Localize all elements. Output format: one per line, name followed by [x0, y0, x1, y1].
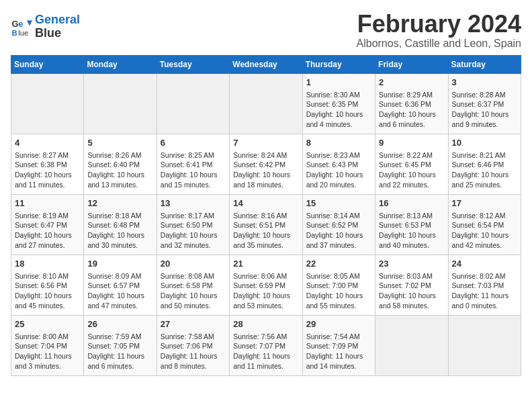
cell-text: and 27 minutes.: [15, 240, 80, 250]
cell-text: Daylight: 10 hours: [87, 230, 152, 240]
day-number: 18: [15, 258, 80, 270]
cell-text: and 30 minutes.: [87, 240, 152, 250]
header-wednesday: Wednesday: [230, 55, 302, 73]
day-number: 5: [87, 137, 152, 149]
cell-text: Sunrise: 8:23 AM: [306, 150, 371, 161]
day-number: 2: [379, 77, 444, 89]
cell-text: Daylight: 10 hours: [161, 170, 226, 180]
cell-text: Sunset: 7:09 PM: [306, 341, 371, 351]
cell-text: Daylight: 10 hours: [233, 230, 298, 240]
calendar-cell: 25Sunrise: 8:00 AMSunset: 7:04 PMDayligh…: [11, 315, 84, 375]
cell-text: and 0 minutes.: [452, 301, 517, 311]
cell-text: Sunrise: 7:54 AM: [306, 332, 371, 342]
day-number: 6: [161, 137, 226, 149]
calendar-table: SundayMondayTuesdayWednesdayThursdayFrid…: [11, 55, 521, 376]
svg-text:lue: lue: [18, 29, 28, 37]
cell-text: Daylight: 10 hours: [306, 230, 371, 240]
cell-text: and 15 minutes.: [161, 180, 226, 190]
cell-text: Sunset: 7:00 PM: [306, 281, 371, 291]
calendar-cell: 18Sunrise: 8:10 AMSunset: 6:56 PMDayligh…: [11, 255, 84, 315]
cell-text: Sunrise: 8:25 AM: [161, 150, 226, 161]
cell-text: Sunrise: 7:56 AM: [233, 332, 298, 342]
cell-text: and 53 minutes.: [233, 301, 298, 311]
calendar-cell: 10Sunrise: 8:21 AMSunset: 6:46 PMDayligh…: [448, 134, 521, 194]
calendar-cell: 11Sunrise: 8:19 AMSunset: 6:47 PMDayligh…: [11, 194, 84, 255]
cell-text: Daylight: 11 hours: [161, 351, 226, 361]
header-tuesday: Tuesday: [157, 55, 229, 73]
day-number: 24: [452, 258, 517, 270]
day-number: 8: [306, 137, 371, 149]
calendar-cell: 15Sunrise: 8:14 AMSunset: 6:52 PMDayligh…: [302, 194, 375, 255]
svg-marker-4: [27, 20, 32, 26]
cell-text: Daylight: 10 hours: [87, 170, 152, 180]
day-number: 23: [379, 258, 444, 270]
header-friday: Friday: [375, 55, 448, 73]
cell-text: Daylight: 10 hours: [379, 230, 444, 240]
cell-text: Sunrise: 8:03 AM: [379, 271, 444, 281]
cell-text: Sunrise: 8:16 AM: [233, 211, 298, 221]
calendar-cell: 19Sunrise: 8:09 AMSunset: 6:57 PMDayligh…: [84, 255, 157, 315]
cell-text: Sunrise: 8:12 AM: [452, 211, 517, 221]
day-number: 22: [306, 258, 371, 270]
cell-text: Sunset: 6:35 PM: [306, 99, 371, 109]
calendar-cell: 6Sunrise: 8:25 AMSunset: 6:41 PMDaylight…: [157, 134, 229, 194]
calendar-cell: [448, 315, 521, 375]
page-header: G e B lue GeneralBlue February 2024 Albo…: [11, 11, 521, 50]
calendar-cell: 14Sunrise: 8:16 AMSunset: 6:51 PMDayligh…: [230, 194, 302, 255]
day-number: 10: [452, 137, 517, 149]
calendar-cell: 17Sunrise: 8:12 AMSunset: 6:54 PMDayligh…: [448, 194, 521, 255]
cell-text: Daylight: 11 hours: [306, 351, 371, 361]
cell-text: Sunset: 6:53 PM: [379, 220, 444, 230]
cell-text: and 25 minutes.: [452, 180, 517, 190]
calendar-cell: 12Sunrise: 8:18 AMSunset: 6:48 PMDayligh…: [84, 194, 157, 255]
cell-text: Sunset: 6:40 PM: [87, 160, 152, 170]
day-number: 25: [15, 318, 80, 330]
calendar-cell: [230, 73, 302, 134]
cell-text: and 47 minutes.: [87, 301, 152, 311]
cell-text: Sunrise: 8:02 AM: [452, 271, 517, 281]
calendar-week-row: 11Sunrise: 8:19 AMSunset: 6:47 PMDayligh…: [11, 194, 521, 255]
day-number: 20: [161, 258, 226, 270]
calendar-cell: [375, 315, 448, 375]
logo-text: GeneralBlue: [35, 13, 80, 40]
svg-text:e: e: [18, 19, 23, 29]
cell-text: Sunrise: 8:17 AM: [161, 211, 226, 221]
cell-text: Sunrise: 8:19 AM: [15, 211, 80, 221]
cell-text: Sunset: 6:45 PM: [379, 160, 444, 170]
cell-text: Daylight: 10 hours: [15, 170, 80, 180]
cell-text: and 6 minutes.: [87, 361, 152, 371]
cell-text: Sunset: 7:04 PM: [15, 341, 80, 351]
cell-text: Sunrise: 8:13 AM: [379, 211, 444, 221]
cell-text: Daylight: 11 hours: [87, 351, 152, 361]
calendar-cell: 8Sunrise: 8:23 AMSunset: 6:43 PMDaylight…: [302, 134, 375, 194]
cell-text: Daylight: 10 hours: [161, 291, 226, 301]
cell-text: Sunrise: 8:29 AM: [379, 90, 444, 100]
cell-text: Daylight: 10 hours: [306, 109, 371, 120]
cell-text: and 9 minutes.: [452, 120, 517, 130]
cell-text: Daylight: 10 hours: [379, 109, 444, 120]
cell-text: and 4 minutes.: [306, 120, 371, 130]
month-title: February 2024: [357, 11, 522, 38]
calendar-cell: 21Sunrise: 8:06 AMSunset: 6:59 PMDayligh…: [230, 255, 302, 315]
cell-text: Sunset: 6:58 PM: [161, 281, 226, 291]
calendar-cell: 1Sunrise: 8:30 AMSunset: 6:35 PMDaylight…: [302, 73, 375, 134]
logo: G e B lue GeneralBlue: [11, 13, 80, 40]
cell-text: Sunrise: 8:30 AM: [306, 90, 371, 100]
cell-text: Sunrise: 8:26 AM: [87, 150, 152, 161]
day-number: 16: [379, 197, 444, 210]
cell-text: Sunrise: 8:10 AM: [15, 271, 80, 281]
calendar-cell: 5Sunrise: 8:26 AMSunset: 6:40 PMDaylight…: [84, 134, 157, 194]
day-number: 29: [306, 318, 371, 330]
cell-text: Daylight: 11 hours: [452, 291, 517, 301]
day-number: 14: [233, 197, 298, 210]
cell-text: Sunset: 7:02 PM: [379, 281, 444, 291]
logo-icon: G e B lue: [11, 16, 32, 38]
cell-text: Sunset: 6:52 PM: [306, 220, 371, 230]
cell-text: Sunrise: 8:28 AM: [452, 90, 517, 100]
cell-text: Sunset: 7:05 PM: [87, 341, 152, 351]
header-thursday: Thursday: [302, 55, 375, 73]
calendar-week-row: 4Sunrise: 8:27 AMSunset: 6:38 PMDaylight…: [11, 134, 521, 194]
cell-text: Daylight: 10 hours: [15, 291, 80, 301]
cell-text: Sunrise: 8:22 AM: [379, 150, 444, 161]
header-monday: Monday: [84, 55, 157, 73]
